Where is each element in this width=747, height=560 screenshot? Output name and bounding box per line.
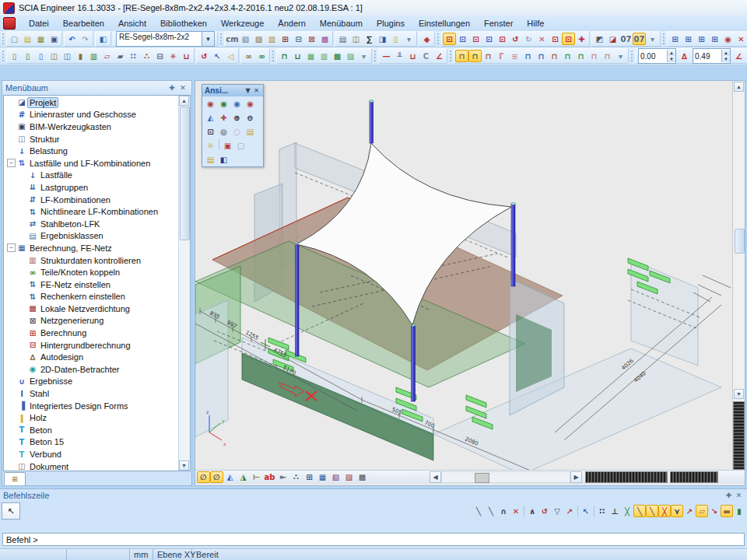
tree-item-lokale-netzverdichtung[interactable]: ▩Lokale Netzverdichtung [4, 303, 179, 315]
fkt-wall-a-icon[interactable]: ⊓ [455, 50, 468, 62]
snap-midpoint-icon[interactable]: ╲ [485, 505, 497, 517]
menu-plugins[interactable]: Plugins [370, 17, 412, 30]
toolbar2-overflow-2-icon[interactable]: ▾ [614, 50, 627, 62]
menu-ändern[interactable]: Ändern [271, 17, 312, 30]
toolbar-grip[interactable] [437, 33, 439, 44]
copy-window-icon[interactable]: ⊞ [682, 33, 695, 45]
save-icon[interactable]: ▣ [47, 33, 61, 45]
add-beam-icon[interactable]: ▯ [21, 50, 34, 62]
draw-hinge-icon[interactable]: ⊔ [406, 50, 419, 62]
calculator-icon[interactable]: ∑ [363, 33, 376, 45]
tree-item-ergebnisklassen[interactable]: ▤Ergebnisklassen [4, 230, 179, 243]
zoom-window-icon[interactable]: ⊡ [204, 125, 217, 138]
tree-item-lastgruppen[interactable]: ⇊Lastgruppen [4, 181, 179, 194]
menu-einstellungen[interactable]: Einstellungen [412, 17, 477, 30]
combination-manager-icon[interactable]: ⊡ [469, 33, 482, 45]
tree-scrollbar[interactable]: ▲ ▼ [178, 96, 190, 471]
snap-polygon-icon[interactable]: ▱ [696, 505, 708, 517]
visibility-eye-icon[interactable]: ◉ [721, 33, 735, 45]
layer-07-off-icon[interactable]: 07 [619, 33, 633, 45]
tree-item-teile-knoten-koppeln[interactable]: ∞Teile/Knoten koppeln [4, 266, 179, 278]
toolbar-grip[interactable] [631, 51, 633, 61]
view-axo-icon[interactable]: ◉ [204, 97, 217, 110]
scroll-right-icon[interactable]: ▶ [570, 471, 582, 483]
load-groups-icon[interactable]: ⊡ [456, 33, 469, 45]
generate-mesh-icon[interactable]: ▩ [331, 50, 344, 62]
add-subregion-icon[interactable]: ▰ [114, 50, 127, 62]
add-intline-icon[interactable]: ∴ [140, 50, 153, 62]
render-surface-icon[interactable]: ◭ [223, 471, 237, 483]
units-setup-icon[interactable]: cm [226, 33, 239, 45]
paste-window-icon[interactable]: ⊞ [695, 33, 708, 45]
tree-item-linienraster-und-geschosse[interactable]: #Linienraster und Geschosse [4, 109, 179, 121]
add-catalogue-icon[interactable]: ⊔ [180, 50, 193, 62]
toolbar-grip[interactable] [2, 33, 4, 44]
viewport-hscrollbar[interactable] [441, 471, 570, 483]
project-combobox[interactable]: RE-Segel-8x8m-2x2 ▼ [116, 32, 215, 46]
snap-midpoints-icon[interactable]: ╲ [646, 505, 658, 517]
toolbar-grip[interactable] [272, 51, 274, 61]
viewport-vscrollbar[interactable]: ▲ ▼ [732, 81, 745, 471]
tree-item-bim-werkzeugkasten[interactable]: ▣BIM-Werkzeugkasten [4, 121, 179, 133]
results-window-icon[interactable]: ◩ [593, 33, 606, 45]
snap-cross-icon[interactable]: ╳ [658, 505, 671, 517]
tree-item-beton-15[interactable]: TBeton 15 [4, 436, 179, 449]
draw-support-icon[interactable]: ╨ [393, 50, 406, 62]
mesh-view-icon[interactable]: ⊞ [279, 33, 292, 45]
snap-extension-icon[interactable]: ↗ [563, 505, 576, 517]
layer-07-on-icon[interactable]: 07 [633, 33, 646, 45]
loadcase-manager-icon[interactable]: ⊡ [443, 33, 456, 45]
snap-edge-icon[interactable]: ↗ [683, 505, 696, 517]
pin-icon[interactable]: ✚ [724, 492, 734, 499]
snap-circle-icon[interactable]: ∩ [497, 505, 510, 517]
window-layout-icon[interactable]: ◧ [96, 33, 110, 45]
close-icon[interactable]: ✕ [252, 87, 261, 94]
menu-bearbeiten[interactable]: Bearbeiten [56, 17, 111, 30]
render-photo-off-icon[interactable]: ▢ [234, 139, 247, 152]
add-plate-icon[interactable]: ▥ [87, 50, 100, 62]
project-combobox-value[interactable]: RE-Segel-8x8m-2x2 [116, 31, 202, 47]
nonlinear-combinations-icon[interactable]: ⊡ [482, 33, 496, 45]
snap-intersection-icon[interactable]: ╳ [621, 505, 633, 517]
move-load-icon[interactable]: ↺ [509, 33, 522, 45]
snap-line-icon[interactable]: ╲ [472, 505, 485, 517]
zoom-in-icon[interactable]: ⊕ [230, 111, 244, 124]
scroll-thumb[interactable] [475, 473, 489, 483]
angle-tool-icon[interactable]: ∠ [732, 50, 745, 62]
fkt-wall-c-icon[interactable]: ⊓ [482, 50, 495, 62]
fkt-green-b-icon[interactable]: ⊓ [574, 50, 587, 62]
add-opening-icon[interactable]: ▱ [100, 50, 114, 62]
binding-on-icon[interactable]: ∞ [242, 50, 255, 62]
fkt-frame-icon[interactable]: Γ [495, 50, 508, 62]
snap-angle-icon[interactable]: ∧ [526, 505, 538, 517]
fast-adjust-icon[interactable]: ▦ [316, 471, 329, 483]
cursor-select-button[interactable]: ↖ [2, 502, 20, 520]
menu-menübaum[interactable]: Menübaum [313, 17, 370, 30]
snap-perpendicular-icon[interactable]: ▽ [551, 505, 563, 517]
favourites-icon[interactable]: ◆ [420, 33, 433, 45]
snap-arc-icon[interactable]: ↺ [538, 505, 551, 517]
rotation-apply-icon[interactable]: ∆ [678, 50, 691, 62]
close-icon[interactable]: ✕ [734, 492, 744, 499]
pin-icon[interactable]: ✚ [167, 84, 177, 92]
tree-item-integriertes-design-forms[interactable]: ▐Integriertes Design Forms [4, 400, 179, 412]
spin-down-icon[interactable]: ▼ [721, 56, 730, 62]
3d-viewport[interactable]: 835 997 1255 4755 5170 505 700 2080 4026… [195, 80, 745, 486]
snap-cylinder-icon[interactable]: ▮ [733, 505, 745, 517]
show-dimensions-icon[interactable]: ⇤ [276, 471, 289, 483]
fkt-end-a-icon[interactable]: ⊓ [587, 50, 601, 62]
align-members-icon[interactable]: ▥ [317, 50, 331, 62]
zoom-all-icon[interactable]: ◎ [217, 125, 230, 138]
toolbar-overflow-icon[interactable]: ▾ [402, 33, 416, 45]
toolbar-grip[interactable] [2, 51, 4, 61]
cursor-snap-setup-icon[interactable]: ↖ [580, 505, 592, 517]
view-wireframe-icon[interactable]: ◭ [204, 111, 217, 124]
toolbar-overflow-2-icon[interactable]: ▾ [646, 33, 659, 45]
scroll-left-icon[interactable]: ◀ [430, 471, 441, 483]
tree-item-stahlbeton-lfk[interactable]: ⇄Stahlbeton-LFK [4, 218, 179, 230]
tree-item-projekt[interactable]: ◪Projekt [4, 96, 179, 109]
menu-bibliotheken[interactable]: Bibliotheken [153, 17, 214, 30]
draw-arc-icon[interactable]: C [419, 50, 433, 62]
active-loadcase-icon[interactable]: ⊡ [562, 33, 575, 45]
clip-box-icon[interactable]: ▤ [204, 153, 217, 166]
